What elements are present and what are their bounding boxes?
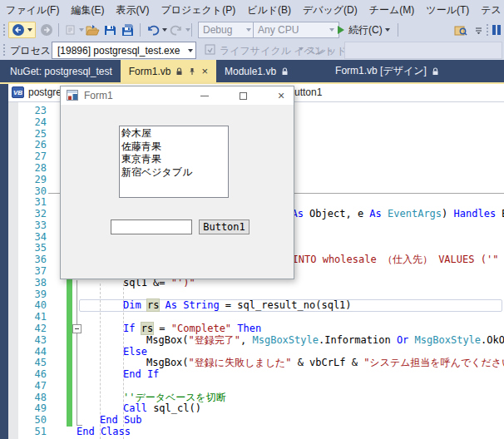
menu-item-debug[interactable]: デバッグ(D) <box>297 0 363 20</box>
undo-caret[interactable] <box>162 28 167 32</box>
code-line: End Class <box>77 426 131 437</box>
line-number: 29 <box>18 174 47 185</box>
line-number: 28 <box>18 162 47 174</box>
menu-item-edit[interactable]: 編集(E) <box>65 0 110 20</box>
magnifier-folder-icon <box>454 24 467 37</box>
tab-form1-vb[interactable]: Form1.vb × <box>121 60 216 82</box>
forward-button[interactable] <box>40 22 53 37</box>
listbox-item[interactable]: 東京青果 <box>121 153 228 166</box>
lock-icon <box>281 67 289 76</box>
code-line: If rs = "Complete" Then <box>123 323 261 334</box>
new-item-icon <box>65 24 77 36</box>
platform-dropdown[interactable]: Any CPU <box>253 22 339 38</box>
line-number: 40 <box>18 299 47 311</box>
process-value: [19896] postgresql_test.exe <box>52 45 183 57</box>
toolbar-separator <box>398 23 398 37</box>
wholesale-listbox[interactable]: 鈴木屋佐藤青果東京青果新宿ベジタブル <box>119 126 229 198</box>
save-all-button[interactable] <box>121 22 135 37</box>
line-number: 48 <box>18 392 47 403</box>
close-icon[interactable]: × <box>201 66 208 76</box>
menu-item-project[interactable]: プロジェクト(P) <box>155 0 241 20</box>
listbox-item[interactable]: 鈴木屋 <box>121 127 228 141</box>
tab-label: Form1.vb <box>129 66 171 77</box>
new-item-button[interactable] <box>65 22 84 37</box>
undo-button[interactable] <box>146 22 167 37</box>
listbox-item[interactable]: 佐藤青果 <box>121 141 228 154</box>
line-number: 44 <box>18 346 47 358</box>
platform-value: Any CPU <box>258 24 299 36</box>
code-line: ''データベースを切断 <box>123 392 226 403</box>
redo-icon <box>170 24 183 37</box>
open-folder-icon <box>86 24 100 37</box>
continue-button[interactable]: 続行(C) <box>338 22 390 37</box>
menu-item-view[interactable]: 表示(V) <box>110 0 155 20</box>
toolbar-grip[interactable] <box>2 43 6 57</box>
menu-item-test[interactable]: テスト(S) <box>475 0 504 20</box>
pause-icon <box>492 25 501 35</box>
toolbar-grip[interactable] <box>486 23 489 37</box>
line-number: 23 <box>18 105 47 116</box>
button1[interactable]: Button1 <box>199 220 250 234</box>
code-line: MsgBox("登録完了", MsgBoxStyle.Information O… <box>146 334 504 346</box>
line-number: 33 <box>18 220 47 231</box>
new-item-caret[interactable] <box>79 28 84 32</box>
back-button[interactable] <box>8 22 36 37</box>
form-title: Form1 <box>84 90 113 101</box>
tab-module1-vb[interactable]: Module1.vb <box>216 60 297 82</box>
menu-item-team[interactable]: チーム(M) <box>363 0 421 20</box>
line-number: 43 <box>18 334 47 346</box>
save-all-icon <box>121 23 135 37</box>
redo-caret[interactable] <box>185 28 190 32</box>
solution-search-button[interactable] <box>454 22 467 37</box>
outline-collapse-box[interactable] <box>72 324 82 333</box>
tab-label: Form1.vb [デザイン] <box>335 64 427 78</box>
code-line: Else <box>123 346 147 358</box>
document-tab-well: NuGet: postgresql_test Form1.vb × Module… <box>0 60 504 84</box>
outline-guide-line <box>77 280 77 425</box>
line-number: 41 <box>18 311 47 323</box>
back-dropdown-caret[interactable] <box>27 28 32 32</box>
line-number: 46 <box>18 368 47 380</box>
pin-icon[interactable] <box>188 67 196 76</box>
process-dropdown[interactable]: [19896] postgresql_test.exe <box>52 42 196 59</box>
lock-icon <box>175 67 183 76</box>
lifecycle-caret[interactable] <box>299 47 304 51</box>
play-icon <box>338 26 344 34</box>
form-title-bar[interactable]: Form1 × <box>61 86 294 105</box>
form-window[interactable]: Form1 × 鈴木屋佐藤青果東京青果新宿ベジタブル Button1 <box>60 86 294 279</box>
listbox-item[interactable]: 新宿ベジタブル <box>121 166 228 180</box>
menu-item-build[interactable]: ビルド(B) <box>241 0 297 20</box>
continue-caret[interactable] <box>385 28 390 32</box>
line-number: 36 <box>18 254 47 265</box>
tab-nuget[interactable]: NuGet: postgresql_test <box>2 60 121 82</box>
save-icon <box>104 24 116 37</box>
line-number: 31 <box>18 196 47 208</box>
line-number: 27 <box>18 150 47 162</box>
minimize-button[interactable] <box>192 86 217 105</box>
line-number: 51 <box>18 426 47 437</box>
maximize-button[interactable] <box>230 86 255 105</box>
tab-form1-vb-design[interactable]: Form1.vb [デザイン] <box>327 60 447 82</box>
line-number: 37 <box>18 265 47 277</box>
entry-textbox[interactable] <box>111 220 192 234</box>
toolbar-grip[interactable] <box>2 23 6 37</box>
save-button[interactable] <box>104 22 116 37</box>
toolbar-overflow-button[interactable] <box>475 22 482 37</box>
break-all-button[interactable] <box>492 22 501 37</box>
visual-studio-window: ファイル(F) 編集(E) 表示(V) プロジェクト(P) ビルド(B) デバッ… <box>0 0 504 439</box>
open-file-button[interactable] <box>86 22 100 37</box>
redo-button[interactable] <box>170 22 190 37</box>
code-line: Dim rs As String = sql_result_no(sql1) <box>123 299 352 311</box>
breakpoint-margin[interactable] <box>8 102 18 439</box>
menu-bar: ファイル(F) 編集(E) 表示(V) プロジェクト(P) ビルド(B) デバッ… <box>0 0 504 20</box>
toolbar-separator <box>58 23 59 37</box>
forward-icon <box>40 23 53 37</box>
tab-label: Module1.vb <box>225 66 276 77</box>
menu-item-tools[interactable]: ツール(T) <box>420 0 475 20</box>
thread-dropdown[interactable] <box>344 42 502 59</box>
code-line: End Sub <box>100 414 142 426</box>
line-number: 35 <box>18 242 47 254</box>
menu-item-file[interactable]: ファイル(F) <box>0 0 65 20</box>
close-button[interactable]: × <box>269 86 294 105</box>
debug-config-dropdown[interactable]: Debug <box>198 22 256 38</box>
